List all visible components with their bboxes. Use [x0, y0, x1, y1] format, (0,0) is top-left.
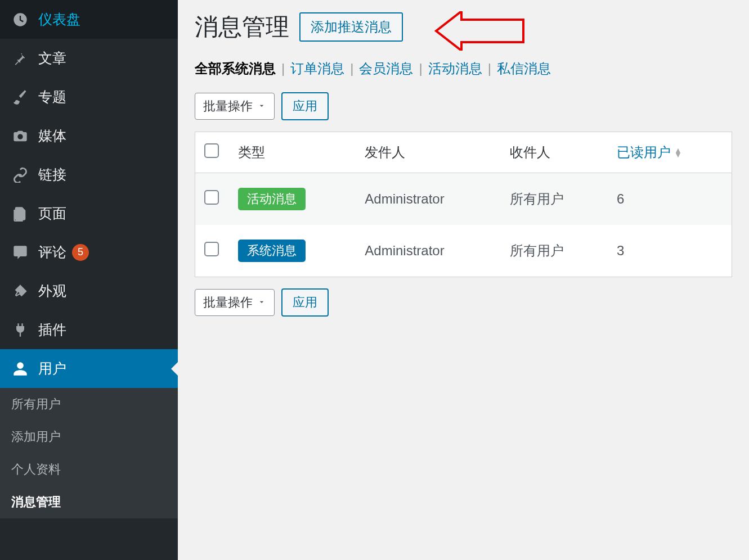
menu-plugins[interactable]: 插件 [0, 310, 178, 349]
cell-sender: Administrator [356, 173, 501, 225]
main-content: 消息管理 添加推送消息 全部系统消息 | 订单消息 | 会员消息 | 活动消息 … [178, 0, 749, 339]
bulk-actions-top: 批量操作 应用 [195, 92, 732, 120]
menu-label: 外观 [38, 282, 66, 300]
bulk-action-select[interactable]: 批量操作 [195, 93, 275, 120]
pin-icon [11, 49, 29, 67]
menu-posts[interactable]: 文章 [0, 39, 178, 78]
sort-icon: ▲▼ [674, 148, 682, 157]
menu-links[interactable]: 链接 [0, 155, 178, 194]
menu-comments[interactable]: 评论 5 [0, 233, 178, 272]
menu-label: 评论 [38, 243, 66, 261]
th-recipient[interactable]: 收件人 [501, 132, 608, 173]
plug-icon [11, 321, 29, 339]
menu-label: 链接 [38, 165, 66, 184]
tab-members[interactable]: 会员消息 [359, 60, 413, 78]
pages-icon [11, 205, 29, 223]
type-tag-activity: 活动消息 [238, 188, 306, 210]
submenu-users: 所有用户 添加用户 个人资料 消息管理 [0, 388, 178, 518]
tab-orders[interactable]: 订单消息 [290, 60, 344, 78]
sidebar: 仪表盘 文章 专题 媒体 链接 页面 评论 5 外观 插件 用户 所有用户 添加… [0, 0, 178, 560]
cell-recipient: 所有用户 [501, 173, 608, 225]
th-read-label: 已读用户 [617, 143, 671, 161]
table-row: 系统消息 Administrator 所有用户 3 [195, 225, 732, 277]
menu-label: 仪表盘 [38, 10, 80, 29]
filter-tabs: 全部系统消息 | 订单消息 | 会员消息 | 活动消息 | 私信消息 [195, 60, 732, 78]
comment-icon [11, 243, 29, 261]
tab-separator: | [281, 61, 285, 76]
bulk-select-label: 批量操作 [203, 98, 253, 115]
page-header: 消息管理 添加推送消息 [195, 11, 732, 43]
comment-badge: 5 [72, 244, 89, 261]
apply-button-bottom[interactable]: 应用 [281, 288, 329, 317]
chevron-down-icon [257, 99, 266, 114]
cell-sender: Administrator [356, 225, 501, 277]
table-row: 活动消息 Administrator 所有用户 6 [195, 173, 732, 225]
row-checkbox[interactable] [204, 242, 219, 256]
tab-private[interactable]: 私信消息 [497, 60, 551, 78]
cell-read: 6 [608, 173, 732, 225]
menu-dashboard[interactable]: 仪表盘 [0, 0, 178, 39]
cell-recipient: 所有用户 [501, 225, 608, 277]
tab-separator: | [419, 61, 422, 76]
user-icon [11, 360, 29, 378]
submenu-message-mgmt[interactable]: 消息管理 [0, 486, 178, 518]
type-tag-system: 系统消息 [238, 240, 306, 262]
brush-icon [11, 88, 29, 106]
apply-button-top[interactable]: 应用 [281, 92, 329, 120]
menu-topics[interactable]: 专题 [0, 78, 178, 116]
link-icon [11, 166, 29, 184]
row-checkbox[interactable] [204, 190, 219, 205]
submenu-profile[interactable]: 个人资料 [0, 453, 178, 486]
add-push-message-button[interactable]: 添加推送消息 [299, 12, 403, 42]
menu-users[interactable]: 用户 [0, 349, 178, 388]
menu-label: 插件 [38, 320, 66, 339]
tab-activities[interactable]: 活动消息 [428, 60, 482, 78]
appearance-icon [11, 282, 29, 300]
tab-separator: | [350, 61, 353, 76]
bulk-action-select-bottom[interactable]: 批量操作 [195, 289, 275, 316]
th-read[interactable]: 已读用户 ▲▼ [608, 132, 732, 173]
th-sender[interactable]: 发件人 [356, 132, 501, 173]
menu-label: 用户 [38, 359, 66, 378]
bulk-actions-bottom: 批量操作 应用 [195, 288, 732, 317]
chevron-down-icon [257, 295, 266, 310]
select-all-checkbox[interactable] [204, 143, 219, 158]
menu-label: 专题 [38, 88, 66, 106]
camera-icon [11, 127, 29, 145]
messages-table: 类型 发件人 收件人 已读用户 ▲▼ 活动消息 Administrator 所有… [195, 132, 732, 277]
submenu-all-users[interactable]: 所有用户 [0, 388, 178, 421]
menu-label: 媒体 [38, 127, 66, 145]
dashboard-icon [11, 11, 29, 29]
page-title: 消息管理 [195, 11, 289, 43]
tab-all-system[interactable]: 全部系统消息 [195, 60, 276, 78]
menu-pages[interactable]: 页面 [0, 194, 178, 233]
bulk-select-label: 批量操作 [203, 294, 253, 311]
cell-read: 3 [608, 225, 732, 277]
menu-label: 文章 [38, 49, 66, 67]
menu-label: 页面 [38, 204, 66, 223]
th-type[interactable]: 类型 [229, 132, 356, 173]
tab-separator: | [488, 61, 491, 76]
menu-appearance[interactable]: 外观 [0, 272, 178, 310]
menu-media[interactable]: 媒体 [0, 116, 178, 155]
submenu-add-user[interactable]: 添加用户 [0, 421, 178, 453]
